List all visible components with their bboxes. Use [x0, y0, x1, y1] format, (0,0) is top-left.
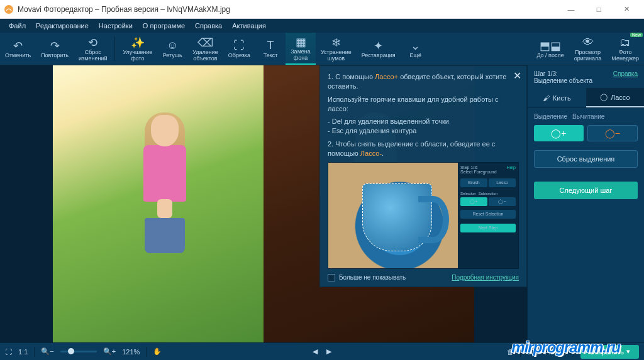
menu-edit[interactable]: Редактирование: [31, 22, 94, 30]
before-after-button[interactable]: ⬒⬓ До / после: [531, 33, 569, 65]
detail-instruction-link[interactable]: Подробная инструкция: [452, 274, 519, 281]
remove-objects-button[interactable]: ⌫ Удаление объектов: [187, 33, 223, 65]
app-logo-icon: [4, 4, 14, 14]
next-step-button[interactable]: Следующий шаг: [534, 182, 638, 199]
fit-button[interactable]: 1:1: [18, 348, 28, 356]
photo-manager-button[interactable]: New 🗂 Фото Менеджер: [606, 33, 644, 65]
popup-text-2: Используйте горячие клавиши для удобной …: [328, 95, 519, 114]
crop-button[interactable]: ⛶ Обрезка: [223, 33, 255, 65]
more-tools-button[interactable]: ⌄ Ещё: [401, 33, 431, 65]
popup-demo-image: Step 1/3:Help Select Foreground Brush La…: [328, 162, 519, 269]
popup-text-1: 1. С помощью Лассо+ обведите объект, кот…: [328, 72, 519, 91]
help-link[interactable]: Справка: [613, 70, 638, 77]
mode-subtract-label: Вычитание: [572, 113, 604, 120]
lasso-plus-button[interactable]: ◯+: [534, 125, 584, 141]
popup-text-3: 2. Чтобы снять выделение с области, обве…: [328, 139, 519, 158]
fullscreen-button[interactable]: ⛶: [5, 348, 12, 356]
retouch-icon: ☺: [167, 39, 178, 53]
denoise-icon: ❄: [331, 36, 341, 50]
tab-brush[interactable]: 🖌 Кисть: [528, 88, 586, 107]
view-original-button[interactable]: 👁 Просмотр оригинала: [569, 33, 607, 65]
chevron-down-icon: ▾: [626, 347, 630, 356]
redo-icon: ↷: [50, 39, 60, 53]
window-title: Movavi Фоторедактор – Пробная версия – I…: [18, 5, 557, 14]
svg-point-0: [4, 5, 13, 14]
step-title: Выделение объекта: [534, 77, 592, 84]
restore-icon: ✦: [374, 39, 383, 53]
zoom-value: 121%: [122, 348, 140, 356]
reset-changes-button[interactable]: ⟲ Сброс изменений: [74, 33, 112, 65]
retouch-button[interactable]: ☺ Ретушь: [157, 33, 187, 65]
redo-button[interactable]: ↷ Повторить: [36, 33, 74, 65]
mode-select-label: Выделение: [534, 113, 567, 120]
zoom-slider[interactable]: [60, 351, 97, 352]
undo-button[interactable]: ↶ Отменить: [0, 33, 36, 65]
brush-icon: 🖌: [543, 94, 550, 102]
close-button[interactable]: ✕: [613, 0, 640, 19]
lasso-icon: ◯: [600, 93, 608, 101]
folder-icon: 🗂: [619, 36, 631, 50]
dont-show-checkbox[interactable]: Больше не показывать: [328, 274, 406, 281]
tab-lasso[interactable]: ◯ Лассо: [586, 88, 645, 107]
enhance-button[interactable]: ✨ Улучшение фото: [118, 33, 157, 65]
checkbox-icon: [328, 274, 335, 281]
bottom-bar: ⛶ 1:1 🔍− 🔍+ 121% ✋ ◀ ▶ 🗑 604×443 ⓘ Сохра…: [0, 342, 644, 360]
next-image-button[interactable]: ▶: [326, 347, 331, 356]
denoise-button[interactable]: ❄ Устранение шумов: [316, 33, 357, 65]
lasso-minus-button[interactable]: ◯−: [587, 125, 638, 141]
delete-button[interactable]: 🗑: [507, 348, 514, 356]
restore-button[interactable]: ✦ Реставрация: [357, 33, 401, 65]
background-icon: ▦: [296, 35, 306, 49]
step-number: Шаг 1/3:: [534, 70, 592, 77]
new-badge: New: [630, 33, 643, 37]
text-tool-button[interactable]: T Текст: [255, 33, 286, 65]
image-dimensions: 604×443: [527, 348, 554, 356]
minimize-button[interactable]: ―: [557, 0, 585, 19]
save-button[interactable]: Сохранить▾: [580, 345, 639, 359]
text-icon: T: [267, 39, 274, 53]
menu-bar: Файл Редактирование Настройки О программ…: [0, 19, 644, 33]
zoom-out-button[interactable]: 🔍−: [41, 347, 53, 356]
popup-text-2a: - Del для удаления выделенной точки: [328, 117, 519, 126]
eraser-icon: ⌫: [197, 36, 213, 50]
eye-icon: 👁: [582, 36, 594, 50]
image-before: [53, 65, 264, 342]
info-button[interactable]: ⓘ: [560, 347, 567, 356]
reset-icon: ⟲: [88, 36, 97, 50]
chevron-down-icon: ⌄: [411, 39, 420, 53]
popup-close-button[interactable]: ✕: [513, 70, 521, 82]
pan-tool-button[interactable]: ✋: [153, 347, 162, 356]
change-background-button[interactable]: ▦ Замена фона: [286, 33, 316, 65]
popup-text-2b: - Esc для удаления контура: [328, 126, 519, 136]
crop-icon: ⛶: [233, 39, 245, 53]
menu-about[interactable]: О программе: [138, 22, 190, 30]
menu-activation[interactable]: Активация: [227, 22, 271, 30]
menu-settings[interactable]: Настройки: [94, 22, 138, 30]
enhance-icon: ✨: [131, 36, 145, 50]
toolbar: ↶ Отменить ↷ Повторить ⟲ Сброс изменений…: [0, 33, 644, 65]
instruction-popup: ✕ 1. С помощью Лассо+ обведите объект, к…: [319, 65, 527, 287]
compare-icon: ⬒⬓: [540, 39, 561, 53]
undo-icon: ↶: [13, 39, 23, 53]
menu-help[interactable]: Справка: [190, 22, 227, 30]
zoom-in-button[interactable]: 🔍+: [103, 347, 116, 356]
prev-image-button[interactable]: ◀: [313, 347, 318, 356]
reset-selection-button[interactable]: Сброс выделения: [534, 150, 638, 168]
maximize-button[interactable]: □: [585, 0, 613, 19]
menu-file[interactable]: Файл: [4, 22, 31, 30]
right-sidebar: Шаг 1/3: Выделение объекта Справка 🖌 Кис…: [527, 65, 644, 342]
